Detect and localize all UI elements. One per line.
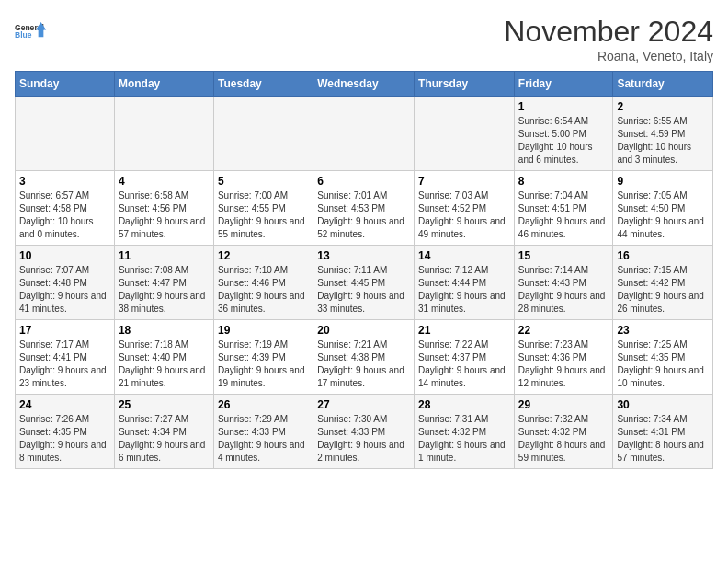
- calendar-cell: 11Sunrise: 7:08 AM Sunset: 4:47 PM Dayli…: [114, 246, 213, 320]
- day-info: Sunrise: 7:29 AM Sunset: 4:33 PM Dayligh…: [218, 413, 309, 465]
- calendar-cell: 5Sunrise: 7:00 AM Sunset: 4:55 PM Daylig…: [213, 171, 313, 246]
- day-number: 11: [119, 249, 210, 262]
- calendar-cell: 6Sunrise: 7:01 AM Sunset: 4:53 PM Daylig…: [313, 171, 415, 246]
- day-info: Sunrise: 7:15 AM Sunset: 4:42 PM Dayligh…: [617, 264, 709, 316]
- day-info: Sunrise: 7:30 AM Sunset: 4:33 PM Dayligh…: [317, 413, 410, 465]
- calendar-cell: 16Sunrise: 7:15 AM Sunset: 4:42 PM Dayli…: [613, 246, 713, 320]
- calendar-cell: 12Sunrise: 7:10 AM Sunset: 4:46 PM Dayli…: [213, 246, 313, 320]
- day-info: Sunrise: 7:22 AM Sunset: 4:37 PM Dayligh…: [418, 339, 510, 390]
- calendar-cell: 2Sunrise: 6:55 AM Sunset: 4:59 PM Daylig…: [613, 97, 713, 171]
- day-info: Sunrise: 7:19 AM Sunset: 4:39 PM Dayligh…: [218, 339, 309, 390]
- calendar-cell: 15Sunrise: 7:14 AM Sunset: 4:43 PM Dayli…: [514, 246, 613, 320]
- day-number: 6: [317, 175, 410, 188]
- day-info: Sunrise: 7:25 AM Sunset: 4:35 PM Dayligh…: [617, 339, 709, 390]
- day-info: Sunrise: 7:08 AM Sunset: 4:47 PM Dayligh…: [119, 264, 210, 316]
- day-number: 30: [617, 398, 709, 411]
- day-info: Sunrise: 7:03 AM Sunset: 4:52 PM Dayligh…: [418, 190, 510, 241]
- day-info: Sunrise: 7:00 AM Sunset: 4:55 PM Dayligh…: [218, 190, 309, 241]
- calendar-cell: 14Sunrise: 7:12 AM Sunset: 4:44 PM Dayli…: [415, 246, 515, 320]
- calendar-cell: 26Sunrise: 7:29 AM Sunset: 4:33 PM Dayli…: [213, 395, 313, 469]
- day-number: 10: [19, 249, 110, 262]
- calendar-week-3: 10Sunrise: 7:07 AM Sunset: 4:48 PM Dayli…: [16, 246, 713, 320]
- day-number: 18: [119, 324, 210, 337]
- day-info: Sunrise: 7:34 AM Sunset: 4:31 PM Dayligh…: [617, 413, 709, 465]
- calendar-cell: 27Sunrise: 7:30 AM Sunset: 4:33 PM Dayli…: [313, 395, 415, 469]
- day-info: Sunrise: 7:07 AM Sunset: 4:48 PM Dayligh…: [19, 264, 110, 316]
- day-header-sunday: Sunday: [16, 72, 115, 97]
- calendar-cell: 19Sunrise: 7:19 AM Sunset: 4:39 PM Dayli…: [213, 320, 313, 395]
- day-info: Sunrise: 6:55 AM Sunset: 4:59 PM Dayligh…: [617, 115, 709, 167]
- day-info: Sunrise: 7:26 AM Sunset: 4:35 PM Dayligh…: [19, 413, 110, 465]
- day-info: Sunrise: 6:58 AM Sunset: 4:56 PM Dayligh…: [119, 190, 210, 241]
- day-number: 17: [19, 324, 110, 337]
- day-number: 29: [518, 398, 609, 411]
- calendar-cell: 4Sunrise: 6:58 AM Sunset: 4:56 PM Daylig…: [114, 171, 213, 246]
- day-number: 15: [518, 249, 609, 262]
- logo: General Blue: [15, 15, 50, 47]
- day-info: Sunrise: 7:05 AM Sunset: 4:50 PM Dayligh…: [617, 190, 709, 241]
- svg-text:Blue: Blue: [15, 30, 32, 40]
- day-info: Sunrise: 7:12 AM Sunset: 4:44 PM Dayligh…: [418, 264, 510, 316]
- calendar-week-5: 24Sunrise: 7:26 AM Sunset: 4:35 PM Dayli…: [16, 395, 713, 469]
- calendar-header-row: SundayMondayTuesdayWednesdayThursdayFrid…: [16, 72, 713, 97]
- day-header-tuesday: Tuesday: [213, 72, 313, 97]
- calendar-cell: [213, 97, 313, 171]
- day-number: 9: [617, 175, 709, 188]
- calendar-cell: 8Sunrise: 7:04 AM Sunset: 4:51 PM Daylig…: [514, 171, 613, 246]
- day-info: Sunrise: 6:57 AM Sunset: 4:58 PM Dayligh…: [19, 190, 110, 241]
- day-number: 26: [218, 398, 309, 411]
- calendar-cell: 25Sunrise: 7:27 AM Sunset: 4:34 PM Dayli…: [114, 395, 213, 469]
- day-number: 4: [119, 175, 210, 188]
- day-header-friday: Friday: [514, 72, 613, 97]
- day-info: Sunrise: 7:04 AM Sunset: 4:51 PM Dayligh…: [518, 190, 609, 241]
- day-info: Sunrise: 7:11 AM Sunset: 4:45 PM Dayligh…: [317, 264, 410, 316]
- day-info: Sunrise: 7:17 AM Sunset: 4:41 PM Dayligh…: [19, 339, 110, 390]
- calendar-cell: 22Sunrise: 7:23 AM Sunset: 4:36 PM Dayli…: [514, 320, 613, 395]
- day-number: 16: [617, 249, 709, 262]
- calendar-cell: 29Sunrise: 7:32 AM Sunset: 4:32 PM Dayli…: [514, 395, 613, 469]
- day-number: 21: [418, 324, 510, 337]
- month-title: November 2024: [504, 15, 713, 49]
- day-number: 28: [418, 398, 510, 411]
- calendar-cell: 24Sunrise: 7:26 AM Sunset: 4:35 PM Dayli…: [16, 395, 115, 469]
- day-info: Sunrise: 7:23 AM Sunset: 4:36 PM Dayligh…: [518, 339, 609, 390]
- day-info: Sunrise: 7:21 AM Sunset: 4:38 PM Dayligh…: [317, 339, 410, 390]
- calendar-cell: 18Sunrise: 7:18 AM Sunset: 4:40 PM Dayli…: [114, 320, 213, 395]
- calendar-week-2: 3Sunrise: 6:57 AM Sunset: 4:58 PM Daylig…: [16, 171, 713, 246]
- day-number: 14: [418, 249, 510, 262]
- calendar-cell: 23Sunrise: 7:25 AM Sunset: 4:35 PM Dayli…: [613, 320, 713, 395]
- calendar-cell: 17Sunrise: 7:17 AM Sunset: 4:41 PM Dayli…: [16, 320, 115, 395]
- calendar-table: SundayMondayTuesdayWednesdayThursdayFrid…: [15, 71, 713, 469]
- calendar-week-1: 1Sunrise: 6:54 AM Sunset: 5:00 PM Daylig…: [16, 97, 713, 171]
- day-info: Sunrise: 7:10 AM Sunset: 4:46 PM Dayligh…: [218, 264, 309, 316]
- day-info: Sunrise: 7:32 AM Sunset: 4:32 PM Dayligh…: [518, 413, 609, 465]
- calendar-cell: [16, 97, 115, 171]
- day-info: Sunrise: 7:27 AM Sunset: 4:34 PM Dayligh…: [119, 413, 210, 465]
- day-number: 22: [518, 324, 609, 337]
- calendar-cell: 28Sunrise: 7:31 AM Sunset: 4:32 PM Dayli…: [415, 395, 515, 469]
- day-header-monday: Monday: [114, 72, 213, 97]
- day-number: 13: [317, 249, 410, 262]
- day-number: 1: [518, 100, 609, 113]
- day-number: 25: [119, 398, 210, 411]
- day-info: Sunrise: 7:31 AM Sunset: 4:32 PM Dayligh…: [418, 413, 510, 465]
- day-number: 8: [518, 175, 609, 188]
- day-header-wednesday: Wednesday: [313, 72, 415, 97]
- calendar-cell: 3Sunrise: 6:57 AM Sunset: 4:58 PM Daylig…: [16, 171, 115, 246]
- day-info: Sunrise: 7:14 AM Sunset: 4:43 PM Dayligh…: [518, 264, 609, 316]
- title-block: November 2024 Roana, Veneto, Italy: [504, 15, 713, 63]
- day-info: Sunrise: 7:18 AM Sunset: 4:40 PM Dayligh…: [119, 339, 210, 390]
- calendar-cell: [415, 97, 515, 171]
- calendar-cell: 21Sunrise: 7:22 AM Sunset: 4:37 PM Dayli…: [415, 320, 515, 395]
- day-number: 24: [19, 398, 110, 411]
- day-number: 12: [218, 249, 309, 262]
- day-info: Sunrise: 7:01 AM Sunset: 4:53 PM Dayligh…: [317, 190, 410, 241]
- day-number: 23: [617, 324, 709, 337]
- calendar-cell: [313, 97, 415, 171]
- day-number: 20: [317, 324, 410, 337]
- day-info: Sunrise: 6:54 AM Sunset: 5:00 PM Dayligh…: [518, 115, 609, 167]
- calendar-cell: 9Sunrise: 7:05 AM Sunset: 4:50 PM Daylig…: [613, 171, 713, 246]
- calendar-cell: 1Sunrise: 6:54 AM Sunset: 5:00 PM Daylig…: [514, 97, 613, 171]
- day-number: 19: [218, 324, 309, 337]
- day-header-saturday: Saturday: [613, 72, 713, 97]
